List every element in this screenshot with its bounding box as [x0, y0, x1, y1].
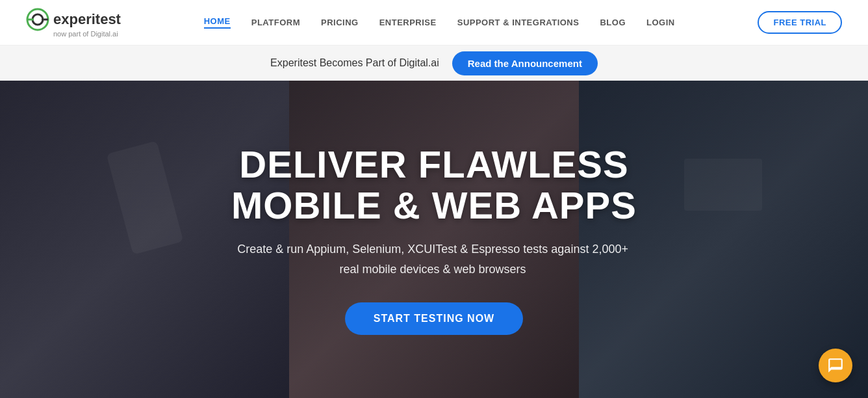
chat-bubble[interactable]	[819, 349, 852, 382]
announcement-button[interactable]: Read the Announcement	[452, 51, 598, 75]
nav-platform[interactable]: PLATFORM	[251, 18, 300, 27]
nav-login[interactable]: LOGIN	[646, 18, 675, 27]
hero-content: DELIVER FLAWLESS MOBILE & WEB APPS Creat…	[218, 144, 650, 336]
announcement-text: Experitest Becomes Part of Digital.ai	[270, 57, 439, 69]
chat-icon	[827, 357, 844, 374]
logo-text: experitest	[53, 11, 121, 28]
nav-support[interactable]: SUPPORT & INTEGRATIONS	[457, 18, 580, 27]
hero-title: DELIVER FLAWLESS MOBILE & WEB APPS	[231, 144, 637, 227]
logo-sub: now part of Digital.ai	[53, 30, 118, 38]
nav-blog[interactable]: BLOG	[600, 18, 626, 27]
hero-title-line2: MOBILE & WEB APPS	[231, 184, 637, 226]
logo-icon	[26, 8, 49, 31]
free-trial-button[interactable]: FREE TRIAL	[758, 11, 842, 34]
header: experitest now part of Digital.ai HOME P…	[0, 0, 868, 46]
hero-subtitle: Create & run Appium, Selenium, XCUITest …	[231, 239, 634, 279]
nav-home[interactable]: HOME	[204, 16, 231, 29]
hero-title-line1: DELIVER FLAWLESS	[239, 143, 628, 185]
main-nav: HOME PLATFORM PRICING ENTERPRISE SUPPORT…	[204, 16, 675, 29]
nav-pricing[interactable]: PRICING	[321, 18, 359, 27]
logo-main: experitest	[26, 8, 121, 31]
svg-point-1	[32, 14, 43, 25]
hero-cta-button[interactable]: START TESTING NOW	[345, 302, 523, 335]
announcement-bar: Experitest Becomes Part of Digital.ai Re…	[0, 46, 868, 81]
hero-section: DELIVER FLAWLESS MOBILE & WEB APPS Creat…	[0, 81, 868, 398]
logo-area: experitest now part of Digital.ai	[26, 8, 121, 38]
nav-enterprise[interactable]: ENTERPRISE	[379, 18, 437, 27]
